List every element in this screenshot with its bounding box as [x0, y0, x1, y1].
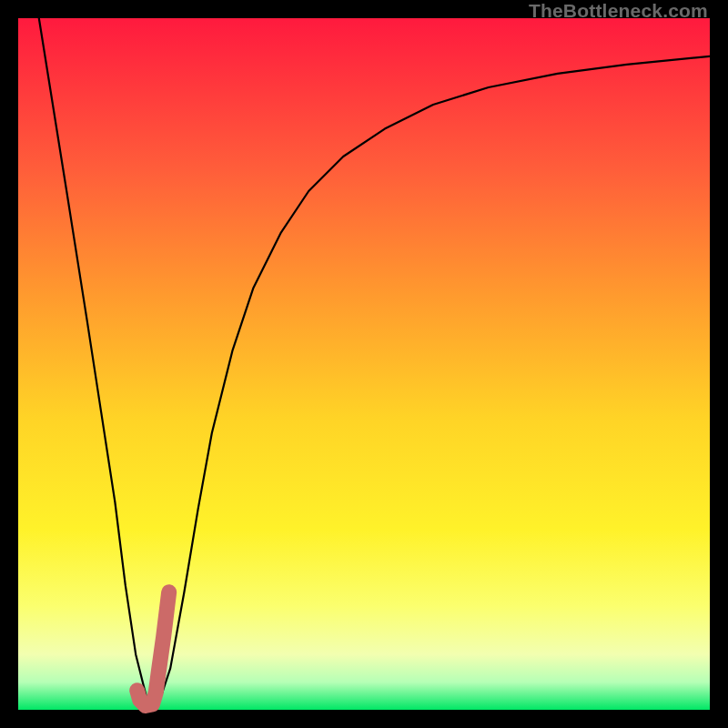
bottleneck-curve [39, 18, 710, 710]
curve-layer [18, 18, 710, 710]
watermark-text: TheBottleneck.com [529, 0, 708, 22]
chart-frame: TheBottleneck.com [0, 0, 728, 728]
